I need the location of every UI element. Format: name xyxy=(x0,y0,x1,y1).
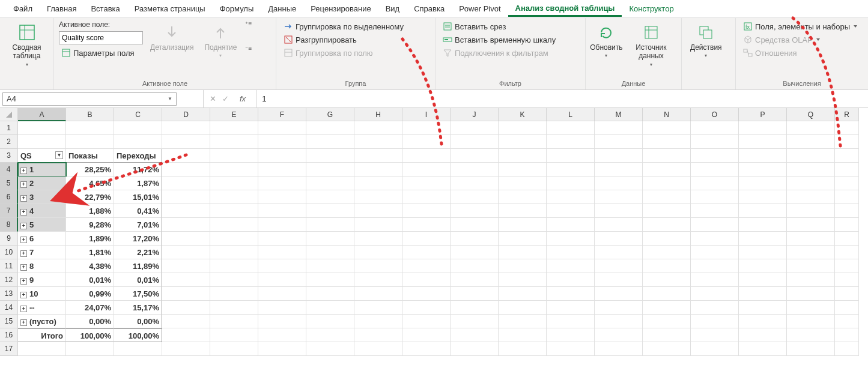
cell-D1[interactable] xyxy=(162,121,210,135)
cell-B13[interactable]: 0,99% xyxy=(66,287,114,301)
cell-N14[interactable] xyxy=(643,301,691,315)
cell-E2[interactable] xyxy=(210,135,258,149)
cell-R6[interactable] xyxy=(835,190,859,204)
expand-icon[interactable]: + xyxy=(20,319,27,326)
cell-Q16[interactable] xyxy=(787,328,835,342)
cell-O13[interactable] xyxy=(691,287,739,301)
cell-I10[interactable] xyxy=(402,246,451,259)
cell-D17[interactable] xyxy=(162,342,210,356)
cell-K1[interactable] xyxy=(499,121,547,135)
cell-I12[interactable] xyxy=(402,273,451,287)
cell-Q6[interactable] xyxy=(787,190,835,204)
cell-B12[interactable]: 0,01% xyxy=(66,273,114,287)
cell-N1[interactable] xyxy=(643,121,691,135)
cell-D9[interactable] xyxy=(162,232,210,246)
col-header-P[interactable]: P xyxy=(739,108,787,121)
menu-help[interactable]: Справка xyxy=(407,2,452,16)
actions-button[interactable]: Действия ▾ xyxy=(687,20,726,61)
cell-L14[interactable] xyxy=(547,301,595,315)
col-header-J[interactable]: J xyxy=(451,108,499,121)
cancel-formula-button[interactable]: ✕ xyxy=(210,94,216,103)
cell-N16[interactable] xyxy=(643,328,691,342)
insert-slicer-button[interactable]: Вставить срез xyxy=(440,20,558,32)
cell-I8[interactable] xyxy=(402,218,451,232)
cell-B16[interactable]: 100,00% xyxy=(66,328,114,342)
cell-P3[interactable] xyxy=(739,149,787,163)
cell-C14[interactable]: 15,17% xyxy=(114,301,162,315)
cell-I6[interactable] xyxy=(402,190,451,204)
row-header-11[interactable]: 11 xyxy=(0,259,18,273)
cell-H14[interactable] xyxy=(354,301,402,315)
cell-G10[interactable] xyxy=(306,246,354,259)
cell-G17[interactable] xyxy=(306,342,354,356)
cell-M2[interactable] xyxy=(595,135,643,149)
cell-P7[interactable] xyxy=(739,204,787,218)
cell-J9[interactable] xyxy=(451,232,499,246)
cell-H13[interactable] xyxy=(354,287,402,301)
menu-data[interactable]: Данные xyxy=(261,2,303,16)
data-source-button[interactable]: Источник данных ▾ xyxy=(626,20,676,70)
cell-N2[interactable] xyxy=(643,135,691,149)
row-header-5[interactable]: 5 xyxy=(0,176,18,190)
col-header-N[interactable]: N xyxy=(643,108,691,121)
cell-A14[interactable]: +-- xyxy=(18,301,66,315)
cell-D16[interactable] xyxy=(162,328,210,342)
cell-N8[interactable] xyxy=(643,218,691,232)
cell-P10[interactable] xyxy=(739,246,787,259)
cell-P1[interactable] xyxy=(739,121,787,135)
cell-P16[interactable] xyxy=(739,328,787,342)
cell-A3[interactable]: QS▼ xyxy=(18,149,66,163)
expand-icon[interactable]: + xyxy=(20,278,27,285)
cell-R15[interactable] xyxy=(835,315,859,328)
col-header-H[interactable]: H xyxy=(354,108,402,121)
cell-D4[interactable] xyxy=(162,163,210,176)
cell-A12[interactable]: +9 xyxy=(18,273,66,287)
cell-K2[interactable] xyxy=(499,135,547,149)
cell-M13[interactable] xyxy=(595,287,643,301)
cell-E9[interactable] xyxy=(210,232,258,246)
cell-D12[interactable] xyxy=(162,273,210,287)
cell-N12[interactable] xyxy=(643,273,691,287)
cell-K12[interactable] xyxy=(499,273,547,287)
cell-D8[interactable] xyxy=(162,218,210,232)
cell-C9[interactable]: 17,20% xyxy=(114,232,162,246)
cell-J1[interactable] xyxy=(451,121,499,135)
cell-M3[interactable] xyxy=(595,149,643,163)
cell-J3[interactable] xyxy=(451,149,499,163)
cell-D3[interactable] xyxy=(162,149,210,163)
cell-N13[interactable] xyxy=(643,287,691,301)
cell-R9[interactable] xyxy=(835,232,859,246)
cell-P11[interactable] xyxy=(739,259,787,273)
cell-P5[interactable] xyxy=(739,176,787,190)
cell-E12[interactable] xyxy=(210,273,258,287)
cell-N15[interactable] xyxy=(643,315,691,328)
row-header-16[interactable]: 16 xyxy=(0,328,18,342)
cell-C1[interactable] xyxy=(114,121,162,135)
cell-M1[interactable] xyxy=(595,121,643,135)
cell-G14[interactable] xyxy=(306,301,354,315)
cell-O15[interactable] xyxy=(691,315,739,328)
cell-E15[interactable] xyxy=(210,315,258,328)
col-header-E[interactable]: E xyxy=(210,108,258,121)
cell-N10[interactable] xyxy=(643,246,691,259)
cell-I15[interactable] xyxy=(402,315,451,328)
menu-page-layout[interactable]: Разметка страницы xyxy=(127,2,213,16)
cell-L7[interactable] xyxy=(547,204,595,218)
cell-F2[interactable] xyxy=(258,135,306,149)
cell-C3[interactable]: Переходы xyxy=(114,149,162,163)
row-header-1[interactable]: 1 xyxy=(0,121,18,135)
cell-J7[interactable] xyxy=(451,204,499,218)
expand-icon[interactable]: + xyxy=(20,195,27,202)
cell-G5[interactable] xyxy=(306,176,354,190)
cell-D7[interactable] xyxy=(162,204,210,218)
cell-E6[interactable] xyxy=(210,190,258,204)
cell-M12[interactable] xyxy=(595,273,643,287)
cell-H4[interactable] xyxy=(354,163,402,176)
col-header-B[interactable]: B xyxy=(66,108,114,121)
cell-Q12[interactable] xyxy=(787,273,835,287)
cell-A1[interactable] xyxy=(18,121,66,135)
cell-H17[interactable] xyxy=(354,342,402,356)
cell-K10[interactable] xyxy=(499,246,547,259)
collapse-field-button[interactable]: ⁻≡ xyxy=(244,45,253,52)
cell-P8[interactable] xyxy=(739,218,787,232)
